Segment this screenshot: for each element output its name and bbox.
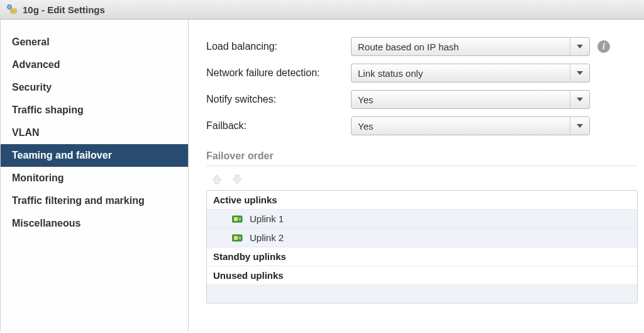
sidebar-item-traffic-filtering[interactable]: Traffic filtering and marking — [1, 189, 188, 212]
svg-marker-5 — [577, 71, 583, 75]
failure-detection-dropdown[interactable]: Link status only — [351, 64, 590, 82]
svg-point-0 — [8, 5, 12, 9]
failback-value: Yes — [358, 121, 373, 132]
uplink-label: Uplink 1 — [250, 213, 284, 224]
sidebar-item-advanced[interactable]: Advanced — [1, 54, 188, 76]
failback-dropdown[interactable]: Yes — [351, 116, 590, 135]
nic-icon — [232, 215, 243, 223]
move-up-button[interactable] — [210, 172, 224, 186]
active-uplinks-group[interactable]: Active uplinks — [207, 191, 637, 210]
main: General Advanced Security Traffic shapin… — [0, 20, 644, 331]
list-blank-row — [207, 285, 637, 303]
failure-detection-value: Link status only — [358, 68, 423, 79]
sidebar-item-monitoring[interactable]: Monitoring — [1, 167, 188, 189]
sidebar-item-general[interactable]: General — [1, 31, 188, 54]
sidebar-item-traffic-shaping[interactable]: Traffic shaping — [1, 99, 188, 121]
nic-icon — [232, 234, 243, 242]
svg-marker-9 — [233, 175, 242, 184]
row-load-balancing: Load balancing: Route based on IP hash i — [206, 37, 638, 56]
load-balancing-value: Route based on IP hash — [358, 42, 459, 52]
uplink-label: Uplink 2 — [250, 232, 284, 243]
notify-switches-dropdown[interactable]: Yes — [351, 90, 590, 109]
notify-switches-value: Yes — [358, 94, 373, 105]
chevron-down-icon — [570, 91, 583, 108]
sidebar-item-vlan[interactable]: VLAN — [1, 121, 188, 144]
uplink-item[interactable]: Uplink 2 — [207, 229, 637, 247]
sidebar-item-teaming-and-failover[interactable]: Teaming and failover — [1, 144, 188, 167]
row-failure-detection: Network failure detection: Link status o… — [206, 64, 638, 82]
chevron-down-icon — [570, 38, 583, 55]
move-down-button[interactable] — [230, 172, 244, 186]
svg-marker-7 — [577, 124, 583, 128]
sidebar-item-miscellaneous[interactable]: Miscellaneous — [1, 212, 188, 235]
reorder-toolbar — [206, 166, 638, 190]
row-failback: Failback: Yes — [206, 116, 638, 135]
info-icon[interactable]: i — [597, 40, 610, 53]
uplink-item[interactable]: Uplink 1 — [207, 210, 637, 229]
svg-marker-8 — [213, 175, 221, 184]
failover-order-header: Failover order — [206, 150, 638, 166]
svg-rect-3 — [14, 10, 15, 12]
load-balancing-label: Load balancing: — [206, 41, 351, 52]
svg-marker-6 — [577, 98, 583, 101]
chevron-down-icon — [570, 64, 583, 82]
chevron-down-icon — [570, 117, 583, 135]
svg-rect-1 — [11, 9, 16, 13]
failure-detection-label: Network failure detection: — [206, 67, 351, 79]
svg-rect-12 — [239, 218, 241, 220]
failback-label: Failback: — [206, 120, 351, 132]
dvportgroup-icon — [6, 4, 18, 15]
failover-order-list: Active uplinks Uplink 1 — [206, 190, 638, 303]
sidebar-item-security[interactable]: Security — [1, 76, 188, 99]
unused-uplinks-group[interactable]: Unused uplinks — [207, 266, 637, 285]
window-title: 10g - Edit Settings — [23, 4, 105, 15]
title-bar: 10g - Edit Settings — [0, 0, 644, 20]
svg-rect-14 — [234, 236, 238, 240]
row-notify-switches: Notify switches: Yes — [206, 90, 638, 109]
standby-uplinks-group[interactable]: Standby uplinks — [207, 247, 637, 266]
sidebar: General Advanced Security Traffic shapin… — [0, 20, 189, 331]
svg-rect-15 — [239, 237, 241, 239]
content-pane: Load balancing: Route based on IP hash i… — [189, 20, 644, 331]
svg-rect-2 — [12, 10, 13, 12]
svg-rect-11 — [234, 217, 238, 221]
svg-marker-4 — [577, 45, 583, 48]
load-balancing-dropdown[interactable]: Route based on IP hash — [351, 37, 590, 56]
notify-switches-label: Notify switches: — [206, 94, 351, 105]
